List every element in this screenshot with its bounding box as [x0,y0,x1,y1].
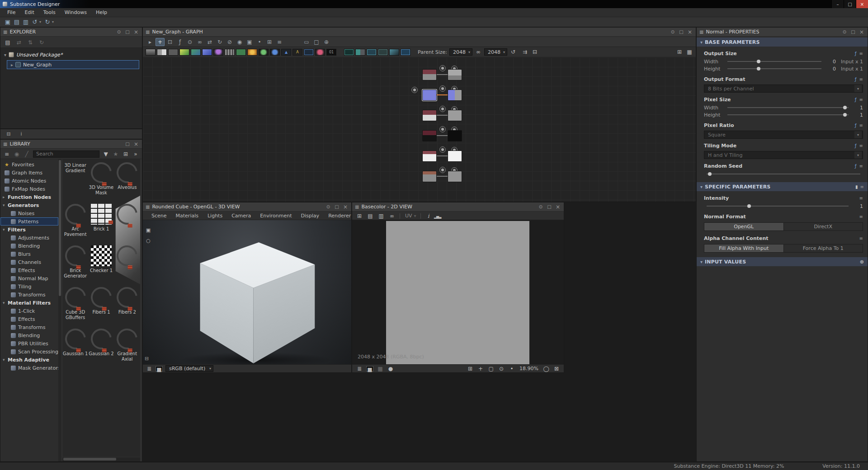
material-mode-icon[interactable]: ▣ [245,38,254,46]
background-swatch[interactable]: ■ [366,366,373,371]
library-category[interactable]: Transforms [0,291,58,299]
menu-item[interactable]: Edit [20,8,38,17]
export-image-icon[interactable]: ▥ [377,213,385,219]
layers-icon[interactable]: ≣ [146,366,153,372]
library-category[interactable]: Tiling [0,282,58,291]
menu-item[interactable]: Windows [60,8,91,17]
function-editor-icon[interactable]: ƒ [175,38,184,46]
random-seed-slider[interactable] [707,171,860,177]
pan-tool-icon[interactable]: + [156,38,165,46]
specific-parameters-section[interactable]: SPECIFIC PARAMETERS [697,182,868,191]
library-asset[interactable]: Checker 1 [88,244,114,286]
library-category[interactable]: PBR Utilities [0,339,58,348]
curve-node[interactable] [191,49,201,56]
link-view-icon[interactable]: ∞ [388,213,396,219]
node-view-badge[interactable] [439,126,446,132]
view3d-menu-item[interactable]: Environment [256,213,296,219]
param-options-icon[interactable] [859,123,863,128]
slider-handle[interactable] [708,172,712,176]
favorites-filter-icon[interactable]: ★ [112,151,119,157]
float-icon[interactable] [678,29,684,34]
library-category[interactable]: Mask Generators [0,364,58,372]
uniform-color-node[interactable] [422,130,437,141]
shape-node[interactable]: ▲ [281,49,291,56]
blue-dot-node[interactable] [270,49,280,56]
view3d-canvas[interactable]: ▣○ [143,220,351,364]
select-tool-icon[interactable]: ▸ [146,38,155,46]
library-category[interactable]: Noises [0,209,58,217]
add-input-icon[interactable] [860,259,864,265]
align-nodes-icon[interactable]: ≡ [275,38,284,46]
outline-view-icon[interactable]: ⊟ [5,131,12,137]
scrollbar-thumb[interactable] [63,458,116,461]
uniform-color-node[interactable] [422,171,437,182]
reset-size-icon[interactable] [509,49,517,55]
tiling-icon[interactable]: ⊞ [467,366,474,372]
info-icon[interactable] [425,213,432,219]
teal-split-node[interactable] [355,49,365,56]
node-view-badge[interactable] [439,85,446,92]
teal-node-2[interactable] [367,49,377,56]
library-asset[interactable]: Gaussian 1 [62,327,88,369]
fit-view-icon[interactable]: ▢ [487,366,495,372]
text-node[interactable]: A [292,49,302,56]
base-parameters-section[interactable]: BASE PARAMETERS [697,38,868,47]
menu-item[interactable]: Help [91,8,112,17]
teal-node-3[interactable] [378,49,388,56]
relations-icon[interactable]: ⇉ [521,49,528,55]
redo-history-caret-icon[interactable]: ▾ [51,18,55,26]
comment-icon[interactable]: ▭ [302,38,311,46]
output-height-slider[interactable] [727,66,821,72]
chevron-down-icon[interactable] [4,52,6,57]
frame-node[interactable] [304,49,314,56]
view3d-menu-item[interactable]: Camera [227,213,255,219]
uniform-color-node[interactable] [146,49,156,56]
float-icon[interactable] [334,204,340,209]
node-view-badge[interactable] [439,65,446,71]
library-asset[interactable]: Gradient Axial [114,327,140,369]
output-node[interactable] [448,69,462,80]
library-category[interactable]: Blending [0,242,58,250]
pixel-width-slider[interactable] [727,104,849,111]
size-select[interactable]: 2048 [484,48,507,56]
library-asset[interactable]: Fibers 1 [88,286,114,327]
background-swatch[interactable]: ■ [156,366,163,371]
pin-icon[interactable] [670,29,676,34]
library-category[interactable]: Graph Items [0,169,58,177]
pin-icon[interactable] [841,29,848,34]
output-node[interactable] [448,130,462,141]
pin-icon[interactable] [116,29,122,34]
library-asset[interactable]: 3D Volume Mask [88,161,114,202]
backdrop-icon[interactable]: □ [312,38,321,46]
search-input[interactable] [33,150,99,158]
slider-handle[interactable] [757,67,760,70]
output-node[interactable] [448,150,462,162]
node-pair-3[interactable] [422,110,466,122]
package-item[interactable]: Unsaved Package* [0,50,142,59]
function-icon[interactable] [855,97,857,103]
output-width-slider[interactable] [727,58,821,65]
preset-icon[interactable] [855,184,858,189]
thumbnail-view-icon[interactable]: ⊞ [122,151,129,157]
node-pair-5[interactable] [422,150,466,163]
float-icon[interactable] [124,29,131,34]
menu-item[interactable]: File [3,8,20,17]
link-package-icon[interactable]: ⇄ [15,39,23,46]
function-icon[interactable] [855,143,857,149]
output-node[interactable] [448,171,462,182]
close-icon[interactable] [133,141,139,147]
library-asset[interactable]: Arc Pavement [62,202,88,244]
node-view-badge[interactable] [439,167,446,173]
node-pair-1[interactable] [422,69,466,81]
swap-connections-icon[interactable]: ⇄ [205,38,214,46]
dot-icon[interactable]: • [508,366,515,372]
function-icon[interactable] [855,76,857,82]
input-values-section[interactable]: INPUT VALUES [697,257,868,266]
library-category[interactable]: Normal Map [0,274,58,282]
scrollbar-thumb[interactable] [59,160,61,296]
collapse-icon[interactable]: ⊟ [531,49,538,55]
magenta-node[interactable] [315,49,325,56]
param-options-icon[interactable] [859,164,863,169]
view3d-menu-item[interactable]: Scene [147,213,171,219]
import-icon[interactable]: ⇅ [27,39,34,46]
